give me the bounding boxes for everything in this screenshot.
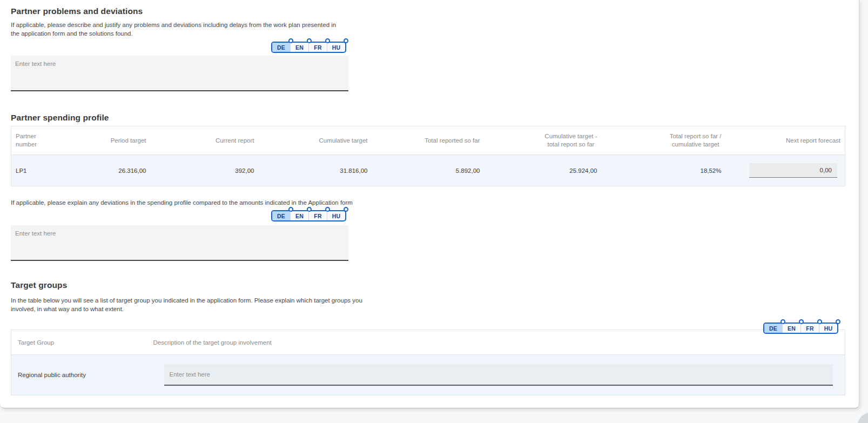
language-tab-label: FR [314, 44, 321, 51]
language-tab-hu[interactable]: HU [819, 324, 837, 333]
column-header-current-report: Current report [216, 137, 254, 145]
column-header-total-reported: Total reported so far [425, 137, 480, 145]
partner-problems-textarea[interactable] [11, 56, 348, 91]
section-title-partner-problems: Partner problems and deviations [11, 6, 143, 16]
column-header-target-group-description: Description of the target group involvem… [153, 330, 845, 355]
spending-table-row-lp1: LP1 26.316,00 392,00 31.816,00 5.892,00 … [11, 155, 845, 186]
target-group-row: Regional public authority [11, 355, 845, 395]
report-form-card: Partner problems and deviations If appli… [0, 0, 859, 408]
language-selector-problems: DE EN FR HU [271, 42, 346, 53]
cell-total-reported: 5.892,00 [372, 155, 485, 186]
language-tab-fr[interactable]: FR [308, 43, 327, 52]
language-selector-spending-deviation: DE EN FR HU [271, 210, 346, 221]
language-tab-de[interactable]: DE [272, 43, 290, 52]
cell-period-target: 26.316,00 [76, 155, 151, 186]
language-tab-label: FR [806, 325, 813, 332]
language-tab-label: EN [295, 44, 304, 51]
floating-action-button[interactable] [858, 413, 868, 423]
spending-deviation-textarea[interactable] [11, 225, 348, 261]
column-header-cumulative-minus-total: Cumulative target - total report so far [544, 132, 597, 149]
language-tab-fr[interactable]: FR [800, 324, 819, 333]
language-tab-label: HU [824, 325, 833, 332]
language-tab-label: FR [314, 213, 321, 219]
language-tab-label: HU [332, 44, 341, 51]
language-tab-label: DE [769, 325, 777, 332]
section-title-spending-profile: Partner spending profile [11, 113, 109, 123]
target-group-description-input[interactable] [164, 364, 833, 386]
cell-cumulative-minus-total: 25.924,00 [485, 155, 602, 186]
language-tab-label: EN [295, 213, 304, 219]
target-groups-description: In the table below you will see a list o… [11, 296, 365, 313]
language-tab-label: HU [332, 213, 341, 219]
partner-problems-description: If applicable, please describe and justi… [11, 21, 338, 38]
spending-deviation-hint: If applicable, please explain any deviat… [11, 198, 497, 207]
translation-status-badge-icon [344, 38, 348, 43]
language-tab-label: DE [277, 213, 285, 219]
language-tab-hu[interactable]: HU [327, 43, 345, 52]
section-title-target-groups: Target groups [11, 280, 67, 290]
language-tab-en[interactable]: EN [290, 211, 308, 220]
next-report-forecast-input[interactable] [749, 163, 837, 178]
language-tab-label: DE [277, 44, 285, 51]
language-tab-en[interactable]: EN [782, 324, 800, 333]
language-tab-fr[interactable]: FR [308, 211, 327, 220]
column-header-next-report-forecast: Next report forecast [786, 137, 840, 145]
cell-total-over-cumulative: 18,52% [602, 155, 726, 186]
column-header-target-group: Target Group [11, 330, 153, 355]
target-groups-table: Target Group Description of the target g… [11, 330, 845, 395]
language-tab-de[interactable]: DE [764, 324, 782, 333]
cell-current-report: 392,00 [151, 155, 259, 186]
language-tab-hu[interactable]: HU [327, 211, 345, 220]
target-groups-header-row: Target Group Description of the target g… [11, 330, 845, 355]
spending-table-header-row: Partner number Period target Current rep… [11, 126, 845, 155]
cell-partner-number: LP1 [11, 155, 76, 186]
language-tab-en[interactable]: EN [290, 43, 308, 52]
language-selector-target-groups: DE EN FR HU [763, 323, 838, 334]
column-header-cumulative-target: Cumulative target [319, 137, 367, 145]
column-header-total-over-cumulative: Total report so far / cumulative target [670, 132, 722, 149]
column-header-partner-number: Partner number [16, 132, 37, 149]
column-header-period-target: Period target [111, 137, 146, 145]
language-tab-de[interactable]: DE [272, 211, 290, 220]
translation-status-badge-icon [836, 319, 840, 324]
cell-target-group-name: Regional public authority [11, 355, 153, 395]
translation-status-badge-icon [344, 207, 348, 212]
language-tab-label: EN [788, 325, 796, 332]
cell-cumulative-target: 31.816,00 [259, 155, 372, 186]
partner-spending-table: Partner number Period target Current rep… [11, 126, 845, 186]
